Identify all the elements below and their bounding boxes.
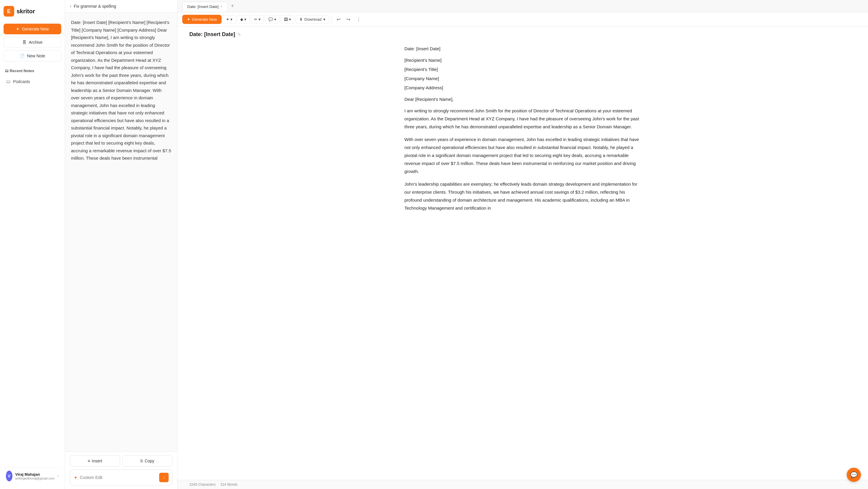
doc-title: Date: [Insert Date] xyxy=(189,31,235,37)
send-icon: ↑ xyxy=(163,475,165,480)
sidebar: E skritor ✦ Generate New 🗄 Archive 📄 New… xyxy=(0,0,65,489)
word-count: 314 Words xyxy=(220,483,238,487)
status-bar: 2240 Characters 314 Words xyxy=(178,480,868,489)
logo-icon: E xyxy=(4,6,14,17)
editor-line-recipient-title: [Recipient's Title] xyxy=(404,65,641,73)
toolbar-chevron-down-icon5: ▾ xyxy=(289,17,291,22)
editor-area[interactable]: Date: [Insert Date] [Recipient's Name] [… xyxy=(178,40,868,480)
user-info: Viraj Mahajan writingwithviraj@gmail.com xyxy=(16,472,55,480)
toolbar-chevron-down-icon6: ▾ xyxy=(323,17,326,22)
toolbar-diamond-icon: ◆ xyxy=(240,17,243,22)
toolbar-generate-new-button[interactable]: ✦ Generate New xyxy=(182,15,222,24)
custom-edit-row: ✦ ↑ xyxy=(70,469,173,485)
middle-content: Date: [Insert Date] [Recipient's Name] [… xyxy=(65,13,177,452)
toolbar-download-button[interactable]: ⬇ Download ▾ xyxy=(296,15,329,24)
toolbar-edit-button[interactable]: ✏ ▾ xyxy=(251,15,264,24)
wand-icon: ✦ xyxy=(74,475,78,481)
footer-actions: ≡ Insert ⎘ Copy xyxy=(70,455,173,466)
middle-panel: ‹ Fix grammar & spelling Date: [Insert D… xyxy=(65,0,178,489)
toolbar-undo-button[interactable]: ↩ xyxy=(334,15,343,24)
generate-new-button[interactable]: ✦ Generate New xyxy=(4,24,61,34)
toolbar-divider xyxy=(332,16,332,23)
chat-fab-button[interactable]: 💬 xyxy=(847,468,861,482)
toolbar-chevron-down-icon2: ▾ xyxy=(244,17,246,22)
note-icon: 📄 xyxy=(20,54,25,58)
doc-header: Date: [Insert Date] ✎ xyxy=(178,27,868,40)
character-count: 2240 Characters xyxy=(189,483,216,487)
logo-text: skritor xyxy=(17,8,35,15)
editor-para-2: With over seven years of experience in d… xyxy=(404,135,641,175)
toolbar-brush-icon: ✏ xyxy=(254,17,257,22)
toolbar-comment-button[interactable]: 💬 ▾ xyxy=(265,15,280,24)
editor-line-date: Date: [Insert Date] xyxy=(404,45,641,53)
more-icon: ⋮ xyxy=(356,17,361,22)
archive-icon: 🗄 xyxy=(22,40,26,45)
middle-header: ‹ Fix grammar & spelling xyxy=(65,0,177,13)
recent-notes-section: 🗂 Recent Notes xyxy=(4,66,61,74)
toolbar-comment-icon: 💬 xyxy=(268,17,273,22)
toolbar-enhance-button[interactable]: ✦ ▾ xyxy=(223,15,236,24)
toolbar-tools-button[interactable]: ◆ ▾ xyxy=(237,15,250,24)
editor-content: Date: [Insert Date] [Recipient's Name] [… xyxy=(404,45,641,212)
doc-preview-text: Date: [Insert Date] [Recipient's Name] [… xyxy=(71,19,171,162)
redo-icon: ↪ xyxy=(346,17,350,22)
editor-line-company-name: [Company Name] xyxy=(404,74,641,83)
new-note-button[interactable]: 📄 New Note xyxy=(4,50,61,62)
editor-line-company-address: [Company Address] xyxy=(404,84,641,92)
sparkle-icon: ✦ xyxy=(16,27,20,31)
tab-bar: Date: [Insert Date] × + xyxy=(178,0,868,12)
tab-date-insert[interactable]: Date: [Insert Date] × xyxy=(182,2,227,11)
toolbar-chevron-down-icon: ▾ xyxy=(230,17,232,22)
doc-title-edit-icon[interactable]: ✎ xyxy=(238,32,241,37)
insert-icon: ≡ xyxy=(88,459,90,463)
toolbar-redo-button[interactable]: ↪ xyxy=(344,15,353,24)
toolbar-sparkle-icon: ✦ xyxy=(187,17,190,22)
middle-header-title: Fix grammar & spelling xyxy=(74,4,116,8)
main-panel: Date: [Insert Date] × + ✦ Generate New ✦… xyxy=(178,0,868,489)
back-button[interactable]: ‹ xyxy=(70,4,71,9)
folder-icon: 🗂 xyxy=(5,69,8,73)
avatar: V xyxy=(6,471,12,481)
editor-para-3: John's leadership capabilities are exemp… xyxy=(404,180,641,212)
custom-edit-input[interactable] xyxy=(80,475,157,480)
user-name: Viraj Mahajan xyxy=(16,472,55,477)
toolbar-chevron-down-icon3: ▾ xyxy=(258,17,261,22)
chat-icon: 💬 xyxy=(850,471,858,478)
toolbar-image-button[interactable]: 🖼 ▾ xyxy=(281,15,294,24)
editor-line-dear: Dear [Recipient's Name], xyxy=(404,95,641,103)
user-profile[interactable]: V Viraj Mahajan writingwithviraj@gmail.c… xyxy=(4,467,61,484)
archive-button[interactable]: 🗄 Archive xyxy=(4,37,61,48)
tab-close-icon[interactable]: × xyxy=(220,4,222,8)
custom-edit-send-button[interactable]: ↑ xyxy=(159,473,168,482)
copy-icon: ⎘ xyxy=(141,459,143,463)
toolbar-chevron-down-icon4: ▾ xyxy=(274,17,276,22)
editor-para-1: I am writing to strongly recommend John … xyxy=(404,107,641,131)
logo-area: E skritor xyxy=(4,5,61,21)
middle-footer: ≡ Insert ⎘ Copy ✦ ↑ xyxy=(65,452,177,489)
toolbar-star-icon: ✦ xyxy=(226,17,229,22)
new-tab-button[interactable]: + xyxy=(229,2,237,10)
user-email: writingwithviraj@gmail.com xyxy=(16,477,55,480)
copy-button[interactable]: ⎘ Copy xyxy=(122,455,173,466)
toolbar-download-icon: ⬇ xyxy=(300,17,303,22)
sidebar-item-podcasts[interactable]: 🗂 Podcasts xyxy=(4,76,61,87)
undo-icon: ↩ xyxy=(337,17,341,22)
chevron-right-icon: › xyxy=(57,474,59,478)
toolbar-image-icon: 🖼 xyxy=(284,17,288,22)
toolbar-more-button[interactable]: ⋮ xyxy=(354,15,363,24)
toolbar: ✦ Generate New ✦ ▾ ◆ ▾ ✏ ▾ 💬 ▾ 🖼 ▾ ⬇ Dow… xyxy=(178,12,868,27)
insert-button[interactable]: ≡ Insert xyxy=(70,455,120,466)
folder-icon: 🗂 xyxy=(6,79,11,84)
editor-line-recipient-name: [Recipient's Name] xyxy=(404,56,641,64)
